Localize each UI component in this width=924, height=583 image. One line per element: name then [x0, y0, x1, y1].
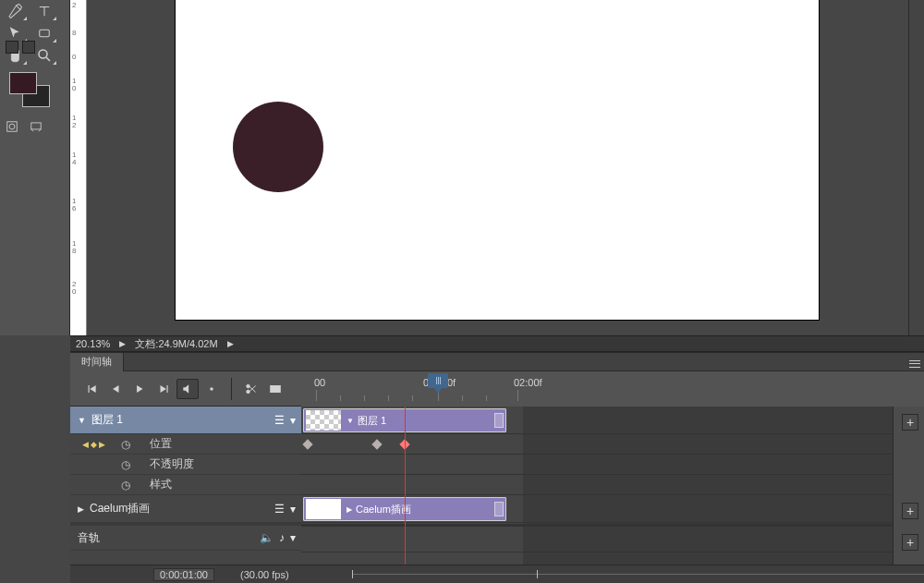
pen-tool-icon[interactable] [1, 1, 29, 21]
docinfo-dropdown-icon[interactable]: ▶ [227, 339, 234, 348]
layer-options-icon[interactable]: ▾ [290, 414, 296, 427]
next-frame-button[interactable] [152, 379, 175, 399]
mini-swatch-swap-icon[interactable] [22, 41, 35, 54]
keyframe-icon[interactable] [302, 439, 312, 449]
time-ruler[interactable]: 00 0 0f 02:00f [301, 373, 924, 407]
stopwatch-icon[interactable]: ◷ [116, 479, 135, 492]
clip-thumbnail [306, 499, 341, 519]
prop-label: 样式 [150, 477, 172, 492]
panel-tabs: 时间轴 [70, 353, 924, 371]
prev-frame-button[interactable] [104, 379, 127, 399]
audio-options-icon[interactable]: ▾ [290, 531, 296, 544]
prop-label: 位置 [150, 436, 172, 452]
playhead-line[interactable] [405, 407, 406, 565]
audio-row[interactable]: 音轨 🔈 ♪ ▾ [70, 523, 301, 551]
zoom-slider[interactable] [352, 574, 924, 575]
go-start-button[interactable] [80, 379, 103, 399]
canvas-area [87, 0, 924, 335]
expand-icon[interactable]: ▼ [78, 416, 86, 425]
audio-label: 音轨 [78, 530, 100, 546]
layer-row[interactable]: ▶ Caelum插画 ☰ ▾ [70, 495, 301, 523]
layer-filmstrip-icon[interactable]: ☰ [274, 503, 285, 516]
prop-style[interactable]: ◷ 样式 [70, 475, 301, 495]
ruler-label: 12 [72, 115, 76, 129]
svg-point-3 [9, 124, 15, 129]
layer-filmstrip-icon[interactable]: ☰ [274, 414, 285, 427]
expand-icon[interactable]: ▶ [78, 504, 84, 514]
options-button[interactable] [201, 379, 223, 399]
add-track-button[interactable]: + [902, 414, 918, 431]
vertical-scrollbar[interactable] [908, 0, 924, 335]
ruler-label: 18 [72, 240, 76, 255]
mini-swatch-reset-icon[interactable] [6, 41, 18, 54]
add-column: + + + [893, 407, 924, 565]
audio-note-icon[interactable]: ♪ [279, 531, 285, 544]
ruler-label: 2 [72, 2, 76, 9]
svg-point-5 [210, 387, 213, 391]
ruler-time-label: 00 [314, 377, 325, 388]
layer-row[interactable]: ▼ 图层 1 ☰ ▾ [70, 407, 301, 434]
layer-tree: ▼ 图层 1 ☰ ▾ ◀◆▶ ◷ 位置 ◷ 不透明度 ◷ 样式 [70, 407, 301, 565]
vertical-ruler: 2 8 0 10 12 14 16 18 20 [70, 0, 87, 335]
type-tool-icon[interactable] [30, 1, 58, 21]
play-button[interactable] [128, 379, 151, 399]
track-style[interactable] [301, 475, 924, 495]
add-track-button[interactable]: + [902, 503, 918, 519]
ruler-label: 10 [72, 78, 76, 92]
screenmode-icon[interactable] [28, 118, 44, 135]
timeline-tracks[interactable]: ▼ 图层 1 ▶ Caelum插画 [301, 407, 924, 565]
toolbar [0, 0, 70, 335]
ruler-label: 16 [72, 198, 76, 213]
track-opacity[interactable] [301, 455, 924, 475]
clip-label: 图层 1 [358, 414, 386, 428]
circle-shape[interactable] [233, 102, 323, 192]
layer-options-icon[interactable]: ▾ [290, 503, 296, 516]
svg-point-7 [247, 390, 250, 394]
prop-position[interactable]: ◀◆▶ ◷ 位置 [70, 434, 301, 455]
split-button[interactable] [240, 379, 262, 399]
ruler-label: 20 [72, 281, 76, 296]
timecode[interactable]: 0:00:01:00 [153, 568, 214, 581]
transition-button[interactable] [264, 379, 286, 399]
clip-thumbnail [306, 410, 341, 431]
svg-rect-4 [31, 123, 42, 129]
zoom-level[interactable]: 20.13% [76, 338, 110, 349]
status-bar: 20.13% ▶ 文档:24.9M/4.02M ▶ [70, 335, 924, 352]
foreground-swatch[interactable] [9, 72, 37, 94]
canvas-document[interactable] [176, 0, 819, 320]
clip-label: Caelum插画 [356, 503, 411, 516]
svg-rect-0 [40, 30, 50, 37]
keyframe-icon[interactable] [371, 439, 382, 449]
timeline-footer: 0:00:01:00 (30.00 fps) [70, 565, 924, 583]
stopwatch-icon[interactable]: ◷ [116, 458, 135, 471]
track-audio[interactable] [301, 524, 924, 553]
tab-timeline[interactable]: 时间轴 [70, 353, 124, 371]
ruler-label: 14 [72, 152, 76, 166]
track-row[interactable]: ▶ Caelum插画 [301, 495, 924, 523]
color-swatches[interactable] [9, 72, 50, 113]
panel-menu-icon[interactable] [906, 353, 924, 371]
timeline-panel: 时间轴 00 0 0f 02:00f ▼ 图层 1 [70, 352, 924, 583]
zoom-dropdown-icon[interactable]: ▶ [119, 339, 126, 348]
ruler-time-label: 02:00f [514, 377, 542, 388]
track-position[interactable] [301, 434, 924, 455]
fps-label: (30.00 fps) [240, 569, 289, 580]
svg-point-6 [247, 384, 250, 388]
ruler-time-label: 0f [447, 377, 456, 388]
ruler-label: 0 [72, 54, 76, 61]
prop-opacity[interactable]: ◷ 不透明度 [70, 455, 301, 475]
audio-mute-icon[interactable]: 🔈 [260, 531, 274, 544]
stopwatch-icon[interactable]: ◷ [116, 438, 135, 451]
layer-label: Caelum插画 [90, 501, 150, 516]
track-row[interactable]: ▼ 图层 1 [301, 407, 924, 434]
prop-label: 不透明度 [150, 456, 194, 472]
doc-info: 文档:24.9M/4.02M [135, 337, 217, 351]
add-audio-button[interactable]: + [902, 534, 918, 551]
svg-point-1 [39, 50, 47, 58]
ruler-label: 8 [72, 30, 76, 37]
audio-toggle-button[interactable] [176, 379, 199, 399]
svg-rect-2 [7, 122, 18, 132]
layer-label: 图层 1 [91, 412, 123, 428]
quickmask-icon[interactable] [4, 118, 20, 135]
